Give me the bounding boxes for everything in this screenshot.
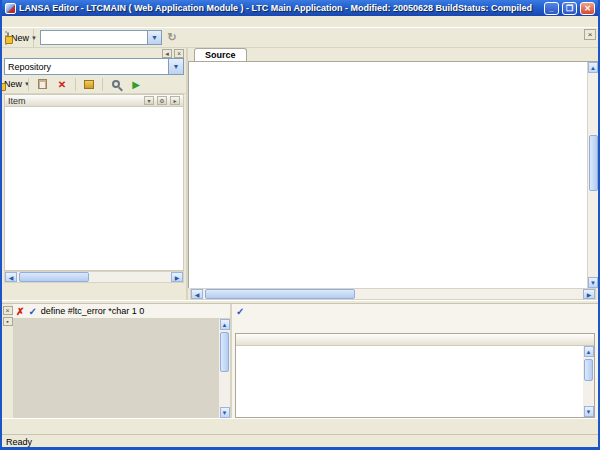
assistant-tabs (232, 318, 598, 333)
source-editor: Source ▲ ▼ ◀ ▶ (188, 48, 598, 300)
assistant-panel: ✓ ▲ ▼ (232, 304, 598, 418)
chevron-down-icon: ▼ (31, 35, 37, 41)
repository-panel: ◂ × Repository ▼ New ▼ ✕ (2, 48, 188, 300)
filter-icon[interactable]: ▸ (170, 96, 180, 105)
new-button-label: New (11, 33, 29, 43)
view-selector-value: Repository (5, 62, 168, 72)
app-window: LANSA Editor - LTCMAIN ( Web Application… (0, 0, 600, 450)
go-icon (167, 31, 176, 44)
tree-column-header[interactable]: Item ▾ ⚙ ▸ (4, 94, 184, 107)
tree-new-label: New (4, 79, 22, 89)
search-input[interactable] (40, 30, 148, 45)
item-column-label: Item (8, 96, 141, 106)
play-icon (132, 79, 140, 90)
panel-dock-icon[interactable]: ▪ (3, 317, 13, 326)
commands-table-scrollbar[interactable]: ▲ ▼ (583, 346, 594, 417)
property-grid (13, 319, 219, 418)
menu-bar (2, 16, 598, 28)
scroll-thumb[interactable] (205, 289, 355, 299)
scroll-left-icon[interactable]: ◀ (191, 289, 203, 299)
commands-table: ▲ ▼ (235, 333, 595, 418)
chevron-down-icon[interactable]: ▼ (168, 59, 183, 74)
panel-pin-icon[interactable]: ◂ (162, 49, 172, 58)
scroll-thumb[interactable] (589, 135, 598, 191)
scroll-left-icon[interactable]: ◀ (5, 272, 17, 282)
tree-find-button[interactable] (107, 76, 125, 92)
chevron-down-icon: ▼ (24, 81, 30, 87)
repository-tree (4, 107, 184, 271)
scroll-right-icon[interactable]: ▶ (583, 289, 595, 299)
scroll-thumb[interactable] (19, 272, 89, 282)
main-area: ◂ × Repository ▼ New ▼ ✕ (2, 48, 598, 300)
tab-source[interactable]: Source (194, 48, 247, 61)
scroll-up-icon[interactable]: ▲ (588, 62, 598, 73)
stamp-icon (84, 80, 94, 89)
minimize-button[interactable]: _ (544, 2, 559, 15)
toolbar-close-icon[interactable]: × (584, 29, 596, 40)
title-bar: LANSA Editor - LTCMAIN ( Web Application… (2, 0, 598, 16)
scroll-thumb[interactable] (220, 332, 229, 372)
scroll-down-icon[interactable]: ▼ (220, 407, 230, 418)
status-bar: Ready (2, 434, 598, 448)
scroll-down-icon[interactable]: ▼ (588, 277, 598, 288)
cancel-icon[interactable]: ✗ (16, 306, 24, 317)
settings-icon[interactable]: ⚙ (157, 96, 167, 105)
scroll-thumb[interactable] (584, 359, 593, 381)
main-toolbar: New ▼ ▼ × (2, 28, 598, 48)
scroll-down-icon[interactable]: ▼ (584, 406, 594, 417)
view-selector[interactable]: Repository ▼ (4, 58, 184, 75)
close-button[interactable]: ✕ (580, 2, 595, 15)
editor-horizontal-scrollbar[interactable]: ◀ ▶ (190, 288, 596, 300)
apply-icon[interactable]: ✓ (28, 306, 36, 317)
code-area[interactable] (189, 62, 587, 288)
command-detail-panel: × ▪ ✗ ✓ define #ltc_error *char 1 0 ▲ ▼ (2, 304, 232, 418)
tree-paste-button[interactable] (33, 76, 51, 92)
tree-new-button[interactable]: New ▼ (6, 76, 24, 92)
panel-close-icon[interactable]: × (3, 306, 13, 315)
bottom-area: × ▪ ✗ ✓ define #ltc_error *char 1 0 ▲ ▼ (2, 304, 598, 418)
property-grid-scrollbar[interactable]: ▲ ▼ (219, 319, 230, 418)
tree-horizontal-scrollbar[interactable]: ◀ ▶ (4, 271, 184, 283)
app-icon (5, 3, 16, 14)
tree-delete-button[interactable]: ✕ (53, 76, 71, 92)
sort-icon[interactable]: ▾ (144, 96, 154, 105)
command-statement: define #ltc_error *char 1 0 (41, 306, 145, 316)
search-icon (112, 80, 120, 88)
go-button[interactable] (163, 30, 181, 46)
tree-execute-button[interactable] (127, 76, 145, 92)
new-icon (7, 32, 9, 43)
scroll-up-icon[interactable]: ▲ (584, 346, 594, 357)
repository-panel-tabs (2, 283, 186, 300)
window-title: LANSA Editor - LTCMAIN ( Web Application… (19, 3, 541, 13)
paste-icon (38, 79, 47, 89)
scroll-up-icon[interactable]: ▲ (220, 319, 230, 330)
tree-verify-button[interactable] (80, 76, 98, 92)
scroll-right-icon[interactable]: ▶ (171, 272, 183, 282)
tree-toolbar: New ▼ ✕ (2, 75, 186, 94)
status-message: Ready (4, 437, 596, 447)
apply-icon[interactable]: ✓ (236, 306, 244, 317)
panel-close-icon[interactable]: × (174, 49, 184, 58)
restore-button[interactable]: ❐ (562, 2, 577, 15)
editor-vertical-scrollbar[interactable]: ▲ ▼ (587, 62, 598, 288)
delete-icon: ✕ (58, 79, 66, 90)
new-button[interactable]: New ▼ (13, 30, 31, 46)
search-dropdown-arrow-icon[interactable]: ▼ (148, 30, 162, 45)
output-tabs (2, 418, 598, 434)
